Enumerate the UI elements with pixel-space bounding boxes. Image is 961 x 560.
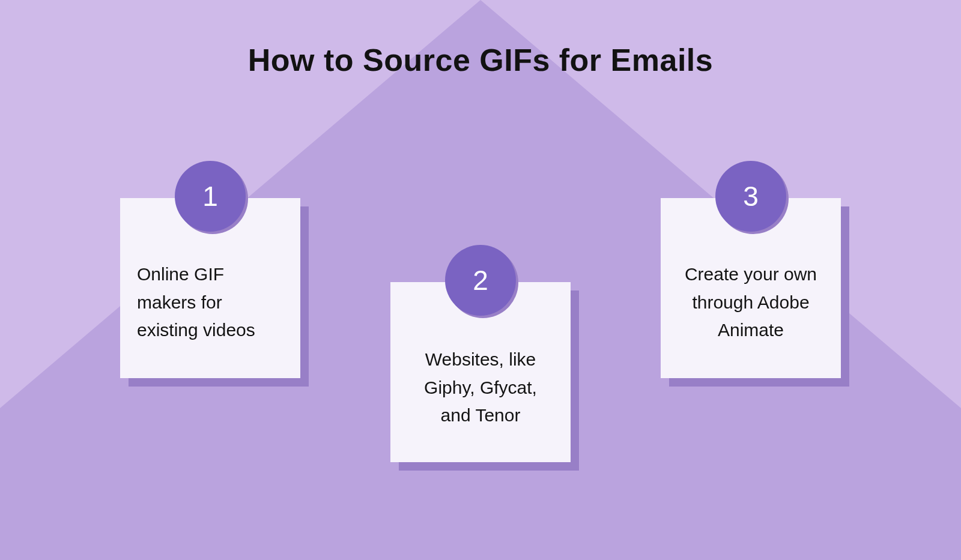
card-2-badge: 2 — [445, 245, 516, 316]
card-2-text: Websites, like Giphy, Gfycat, and Tenor — [407, 319, 554, 430]
card-3-number: 3 — [743, 180, 759, 212]
card-2: 2 Websites, like Giphy, Gfycat, and Teno… — [390, 282, 571, 462]
card-1-wrap: 1 Online GIF makers for existing videos — [120, 198, 300, 378]
card-3-wrap: 3 Create your own through Adobe Animate — [661, 198, 841, 378]
card-1-text: Online GIF makers for existing videos — [137, 236, 283, 345]
card-3-badge: 3 — [715, 161, 786, 232]
card-2-number: 2 — [473, 264, 488, 297]
card-3: 3 Create your own through Adobe Animate — [661, 198, 841, 378]
card-1-number: 1 — [202, 180, 218, 212]
card-2-wrap: 2 Websites, like Giphy, Gfycat, and Teno… — [390, 282, 571, 462]
card-3-text: Create your own through Adobe Animate — [678, 236, 824, 345]
card-1: 1 Online GIF makers for existing videos — [120, 198, 300, 378]
page-title: How to Source GIFs for Emails — [0, 42, 961, 78]
card-1-badge: 1 — [175, 161, 246, 232]
cards-row: 1 Online GIF makers for existing videos … — [0, 198, 961, 378]
